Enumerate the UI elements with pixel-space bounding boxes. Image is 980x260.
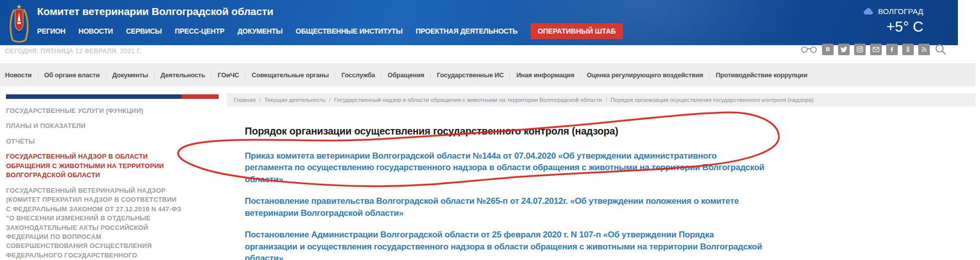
secnav-activity[interactable]: Деятельность bbox=[154, 71, 211, 79]
secnav-other-info[interactable]: Иная информация bbox=[510, 71, 580, 79]
weather-city: ВОЛГОГРАД bbox=[878, 7, 923, 16]
secnav-advisory-bodies[interactable]: Совещательные органы bbox=[245, 71, 335, 79]
cloud-icon bbox=[863, 8, 874, 15]
search-icon[interactable] bbox=[934, 43, 947, 56]
sidebar-menu: ГОСУДАРСТВЕННЫЕ УСЛУГИ (ФУНКЦИИ) ПЛАНЫ И… bbox=[6, 106, 183, 260]
breadcrumb-current-activity[interactable]: Текущая деятельность bbox=[264, 97, 325, 103]
doc-link-resolution-107p[interactable]: Постановление Администрации Волгоградско… bbox=[245, 229, 766, 260]
secnav-documents[interactable]: Документы bbox=[106, 71, 154, 79]
doc-link-resolution-265p[interactable]: Постановление правительства Волгоградско… bbox=[245, 195, 766, 219]
nav-news[interactable]: НОВОСТИ bbox=[78, 27, 113, 35]
breadcrumb-home[interactable]: Главная bbox=[234, 97, 256, 103]
sidebar-item-plans-indicators[interactable]: ПЛАНЫ И ПОКАЗАТЕЛИ bbox=[6, 121, 183, 131]
sidebar-item-veterinary-supervision[interactable]: ГОСУДАРСТВЕННЫЙ ВЕТЕРИНАРНЫЙ НАДЗОР (КОМ… bbox=[6, 186, 183, 260]
secnav-state-is[interactable]: Государственные ИС bbox=[430, 71, 510, 79]
vk-icon[interactable]: В bbox=[822, 44, 834, 55]
instagram-icon[interactable] bbox=[854, 44, 866, 55]
twitter-icon[interactable] bbox=[838, 44, 850, 55]
sidebar-top-strip bbox=[6, 94, 219, 99]
nav-services[interactable]: СЕРВИСЫ bbox=[126, 27, 161, 35]
rss-icon[interactable] bbox=[918, 44, 930, 55]
secnav-anti-corruption[interactable]: Противодействие коррупции bbox=[709, 71, 813, 79]
accessibility-glasses-icon[interactable] bbox=[800, 45, 818, 54]
breadcrumb-separator: / bbox=[259, 97, 261, 103]
nav-region[interactable]: РЕГИОН bbox=[37, 27, 65, 35]
sidebar-item-animal-supervision-active[interactable]: ГОСУДАРСТВЕННЫЙ НАДЗОР В ОБЛАСТИ ОБРАЩЕН… bbox=[6, 152, 183, 180]
weather-temperature: +5° C bbox=[863, 19, 923, 35]
secnav-appeals[interactable]: Обращения bbox=[381, 71, 430, 79]
breadcrumb-current-page: Порядок организации осуществления госуда… bbox=[610, 97, 813, 103]
page: Комитет ветеринарии Волгоградской област… bbox=[0, 0, 980, 260]
secnav-regulatory-impact[interactable]: Оценка регулирующего воздействия bbox=[580, 71, 709, 79]
main-content: Порядок организации осуществления госуда… bbox=[245, 125, 766, 260]
main-nav: РЕГИОН НОВОСТИ СЕРВИСЫ ПРЕСС-ЦЕНТР ДОКУМ… bbox=[37, 23, 623, 39]
facebook-icon[interactable] bbox=[886, 44, 898, 55]
site-title[interactable]: Комитет ветеринарии Волгоградской област… bbox=[37, 6, 273, 18]
nav-project-activity[interactable]: ПРОЕКТНАЯ ДЕЯТЕЛЬНОСТЬ bbox=[416, 27, 518, 35]
breadcrumb-animal-supervision[interactable]: Государственный надзор в области обращен… bbox=[334, 97, 602, 103]
site-header: Комитет ветеринарии Волгоградской област… bbox=[0, 0, 958, 45]
social-bar: В bbox=[800, 43, 947, 56]
section-nav: Новости Об органе власти Документы Деяте… bbox=[0, 63, 975, 86]
page-title: Порядок организации осуществления госуда… bbox=[245, 125, 766, 137]
sidebar-item-state-services[interactable]: ГОСУДАРСТВЕННЫЕ УСЛУГИ (ФУНКЦИИ) bbox=[6, 106, 183, 115]
breadcrumb-separator: / bbox=[605, 97, 607, 103]
secnav-news[interactable]: Новости bbox=[5, 71, 38, 79]
nav-public-institutes[interactable]: ОБЩЕСТВЕННЫЕ ИНСТИТУТЫ bbox=[296, 27, 403, 35]
email-icon[interactable] bbox=[870, 44, 882, 55]
nav-operational-staff-button[interactable]: ОПЕРАТИВНЫЙ ШТАБ bbox=[531, 23, 623, 39]
breadcrumb: Главная / Текущая деятельность / Государ… bbox=[227, 93, 975, 106]
nav-press-center[interactable]: ПРЕСС-ЦЕНТР bbox=[175, 27, 225, 35]
secnav-civil-defense[interactable]: ГОиЧС bbox=[211, 71, 245, 79]
svg-text:В: В bbox=[826, 46, 830, 52]
volgograd-coat-of-arms-logo bbox=[9, 3, 29, 43]
breadcrumb-separator: / bbox=[329, 97, 331, 103]
today-date: СЕГОДНЯ: ПЯТНИЦА 12 ФЕВРАЛЯ, 2021 Г. bbox=[5, 47, 141, 55]
nav-documents[interactable]: ДОКУМЕНТЫ bbox=[238, 27, 283, 35]
sidebar-strip-red bbox=[182, 94, 219, 99]
doc-link-order-144a[interactable]: Приказ комитета ветеринарии Волгоградско… bbox=[245, 150, 766, 185]
sidebar-item-reports[interactable]: ОТЧЁТЫ bbox=[6, 137, 183, 146]
weather-widget: ВОЛГОГРАД +5° C bbox=[863, 7, 923, 35]
odnoklassniki-icon[interactable] bbox=[902, 44, 914, 55]
secnav-civil-service[interactable]: Госслужба bbox=[335, 71, 381, 79]
sidebar-strip-blue bbox=[6, 94, 182, 99]
secnav-about-authority[interactable]: Об органе власти bbox=[38, 71, 106, 79]
